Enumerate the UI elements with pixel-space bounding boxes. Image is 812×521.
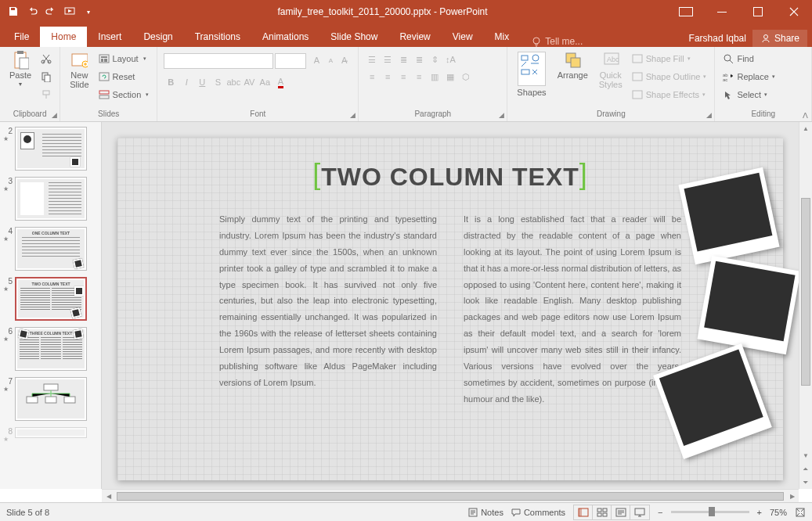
- tab-home[interactable]: Home: [40, 27, 87, 47]
- justify-icon[interactable]: ≡: [412, 70, 426, 83]
- slide-thumbnails-pane[interactable]: 2★ 3★ 4★ ONE COLUMN TEXT 5★ TWO COLUMN T…: [0, 122, 102, 489]
- slide-col-1[interactable]: Simply dummy text of the printing and ty…: [219, 211, 437, 408]
- shadow-button[interactable]: abc: [226, 75, 240, 89]
- hscroll-thumb[interactable]: [117, 492, 784, 501]
- thumb-4[interactable]: 4★ ONE COLUMN TEXT: [0, 225, 101, 275]
- columns-icon[interactable]: ▥: [428, 70, 442, 83]
- change-case-button[interactable]: Aa: [258, 75, 272, 89]
- slideshow-view-icon[interactable]: [630, 505, 649, 519]
- tab-mix[interactable]: Mix: [484, 27, 521, 47]
- copy-button[interactable]: [39, 68, 53, 84]
- bold-button[interactable]: B: [164, 75, 178, 89]
- vertical-scrollbar[interactable]: ▲ ▼ ⏶ ⏷: [799, 122, 812, 489]
- reset-button[interactable]: Reset: [97, 68, 151, 84]
- collapse-ribbon-icon[interactable]: ᐱ: [803, 111, 808, 120]
- shapes-button[interactable]: Shapes: [514, 50, 549, 99]
- shape-effects-button[interactable]: Shape Effects▾: [630, 86, 709, 102]
- ribbon-options-icon[interactable]: [668, 0, 704, 23]
- font-size-combo[interactable]: [275, 53, 306, 69]
- align-center-icon[interactable]: ≡: [381, 70, 395, 83]
- normal-view-icon[interactable]: [574, 505, 593, 519]
- minimize-button[interactable]: [704, 0, 740, 23]
- slide-canvas[interactable]: [TWO COLUMN TEXT] Simply dummy text of t…: [117, 138, 783, 480]
- font-name-combo[interactable]: [164, 53, 273, 69]
- scroll-up-icon[interactable]: ▲: [799, 122, 812, 135]
- bullets-icon[interactable]: ☰: [365, 53, 379, 66]
- thumb-3[interactable]: 3★: [0, 175, 101, 225]
- slide-col-2[interactable]: It is a long established fact that a rea…: [464, 211, 681, 408]
- find-button[interactable]: Find: [721, 50, 776, 66]
- strikethrough-button[interactable]: S: [211, 75, 225, 89]
- next-slide-icon[interactable]: ⏷: [799, 476, 812, 489]
- clear-formatting-icon[interactable]: A̶: [337, 53, 352, 67]
- clipboard-launcher-icon[interactable]: ◢: [52, 111, 57, 119]
- font-color-button[interactable]: A: [273, 75, 287, 89]
- replace-button[interactable]: abacReplace▾: [721, 68, 776, 84]
- cut-button[interactable]: [39, 50, 53, 66]
- shape-outline-button[interactable]: Shape Outline▾: [630, 68, 709, 84]
- fit-to-window-icon[interactable]: [795, 507, 806, 518]
- save-icon[interactable]: [5, 3, 22, 20]
- maximize-button[interactable]: [740, 0, 776, 23]
- photo-placeholder-1[interactable]: [678, 167, 779, 265]
- char-spacing-button[interactable]: AV: [242, 75, 256, 89]
- increase-indent-icon[interactable]: ≣: [412, 53, 426, 66]
- select-button[interactable]: Select▾: [721, 86, 776, 102]
- scroll-left-icon[interactable]: ◀: [102, 490, 115, 503]
- line-spacing-icon[interactable]: ⇕: [428, 53, 442, 66]
- zoom-out-icon[interactable]: −: [658, 508, 662, 517]
- italic-button[interactable]: I: [179, 75, 193, 89]
- thumb-5[interactable]: 5★ TWO COLUMN TEXT: [0, 275, 101, 325]
- reading-view-icon[interactable]: [612, 505, 630, 519]
- tab-animations[interactable]: Animations: [251, 27, 319, 47]
- scroll-right-icon[interactable]: ▶: [785, 490, 799, 503]
- thumb-7[interactable]: 7★: [0, 375, 101, 426]
- decrease-font-icon[interactable]: A: [323, 53, 337, 67]
- tab-review[interactable]: Review: [388, 27, 441, 47]
- decrease-indent-icon[interactable]: ≣: [396, 53, 410, 66]
- thumb-8[interactable]: 8★: [0, 426, 101, 447]
- tab-view[interactable]: View: [442, 27, 484, 47]
- redo-icon[interactable]: [42, 3, 60, 20]
- section-button[interactable]: Section▾: [97, 86, 151, 102]
- tab-file[interactable]: File: [3, 27, 40, 47]
- drawing-launcher-icon[interactable]: ◢: [706, 111, 712, 119]
- slide-editor[interactable]: [TWO COLUMN TEXT] Simply dummy text of t…: [102, 122, 799, 489]
- photo-placeholder-2[interactable]: [697, 256, 799, 354]
- tab-transitions[interactable]: Transitions: [184, 27, 251, 47]
- new-slide-button[interactable]: New Slide: [67, 50, 92, 91]
- zoom-handle[interactable]: [709, 507, 715, 516]
- numbering-icon[interactable]: ☰: [381, 53, 395, 66]
- close-button[interactable]: [776, 0, 812, 23]
- align-left-icon[interactable]: ≡: [365, 70, 379, 83]
- qat-more-icon[interactable]: ▾: [80, 3, 97, 20]
- undo-icon[interactable]: [23, 3, 41, 20]
- font-launcher-icon[interactable]: ◢: [350, 111, 355, 119]
- format-painter-button[interactable]: [39, 86, 53, 102]
- thumb-2[interactable]: 2★: [0, 125, 101, 175]
- increase-font-icon[interactable]: A: [309, 53, 323, 67]
- arrange-button[interactable]: Arrange: [554, 50, 591, 81]
- notes-button[interactable]: Notes: [468, 508, 503, 517]
- underline-button[interactable]: U: [195, 75, 209, 89]
- align-text-icon[interactable]: ▦: [443, 70, 457, 83]
- comments-button[interactable]: Comments: [511, 508, 565, 517]
- tell-me-search[interactable]: Tell me...: [531, 36, 583, 47]
- shape-fill-button[interactable]: Shape Fill▾: [630, 50, 709, 66]
- text-direction-icon[interactable]: ↕A: [443, 53, 457, 66]
- vscroll-thumb[interactable]: [801, 198, 810, 386]
- user-name[interactable]: Farshad Iqbal: [689, 33, 746, 44]
- previous-slide-icon[interactable]: ⏶: [799, 462, 812, 476]
- thumb-6[interactable]: 6★ THREE COLUMN TEXT: [0, 325, 101, 375]
- layout-button[interactable]: Layout▾: [97, 50, 151, 66]
- smartart-icon[interactable]: ⬡: [459, 70, 473, 83]
- zoom-slider[interactable]: [671, 511, 749, 513]
- quick-styles-button[interactable]: Abc Quick Styles: [596, 50, 626, 91]
- sorter-view-icon[interactable]: [593, 505, 612, 519]
- paste-button[interactable]: Paste ▼: [6, 50, 34, 88]
- slide-title[interactable]: [TWO COLUMN TEXT]: [300, 160, 601, 192]
- tab-slideshow[interactable]: Slide Show: [319, 27, 388, 47]
- share-button[interactable]: Share: [752, 30, 807, 47]
- start-from-beginning-icon[interactable]: [61, 3, 78, 20]
- paragraph-launcher-icon[interactable]: ◢: [499, 111, 504, 119]
